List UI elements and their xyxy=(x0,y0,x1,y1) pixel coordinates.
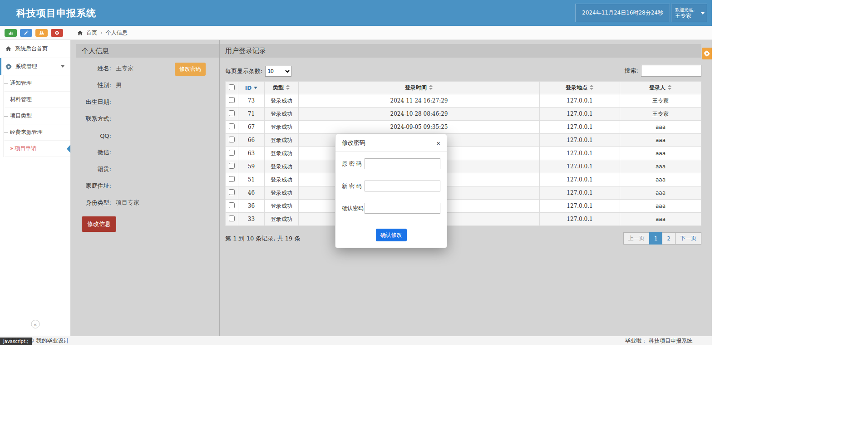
sidebar-item-dashboard[interactable]: 系统后台首页 xyxy=(0,40,70,58)
cell-id: 36 xyxy=(238,200,265,213)
column-header-user[interactable]: 登录人 xyxy=(620,82,701,94)
search-input[interactable] xyxy=(641,65,701,77)
cell-id: 33 xyxy=(238,213,265,226)
table-row: 46 登录成功 127.0.0.1 aaa xyxy=(226,186,701,200)
table-row: 63 登录成功 127.0.0.1 aaa xyxy=(226,147,701,160)
new-password-row: 新 密 码 xyxy=(342,181,440,191)
select-all-checkbox[interactable] xyxy=(229,84,235,90)
row-checkbox[interactable] xyxy=(229,176,235,182)
sidebar-item-notice-management[interactable]: 通知管理 xyxy=(4,75,70,92)
sidebar-collapse-button[interactable]: « xyxy=(31,320,39,328)
settings-gear-tab[interactable] xyxy=(702,48,712,59)
cell-location: 127.0.0.1 xyxy=(540,160,620,173)
edit-info-button[interactable]: 修改信息 xyxy=(82,216,116,232)
sidebar-item-project-application[interactable]: »项目申请 xyxy=(4,141,70,157)
column-header-time[interactable]: 登录时间 xyxy=(299,82,540,94)
sidebar-group-label: 系统管理 xyxy=(15,63,57,70)
row-checkbox[interactable] xyxy=(229,137,235,142)
page: 科技项目申报系统 2024年11月24日16时28分24秒 欢迎光临, 王专家 … xyxy=(0,0,712,345)
chevron-down-icon xyxy=(61,65,64,68)
sidebar-submenu: 通知管理 材料管理 项目类型 经费来源管理 »项目申请 xyxy=(4,75,70,157)
settings-quick-button[interactable] xyxy=(51,29,63,37)
cell-user: aaa xyxy=(620,173,701,186)
row-checkbox[interactable] xyxy=(229,123,235,129)
pagination-page-2[interactable]: 2 xyxy=(662,232,676,245)
row-checkbox[interactable] xyxy=(229,97,235,103)
change-password-button[interactable]: 修改密码 xyxy=(175,63,206,76)
cell-user: aaa xyxy=(620,134,701,147)
row-checkbox[interactable] xyxy=(229,202,235,208)
field-label: 出生日期: xyxy=(76,98,111,106)
breadcrumb-bar: 首页 › 个人信息 xyxy=(0,26,712,40)
modal-close-button[interactable]: × xyxy=(436,140,440,147)
column-header-id[interactable]: ID xyxy=(238,82,265,94)
breadcrumb-home[interactable]: 首页 xyxy=(86,29,97,37)
pagination-page-1[interactable]: 1 xyxy=(649,232,663,245)
edit-quick-button[interactable] xyxy=(20,29,32,37)
old-password-row: 原 密 码 xyxy=(342,158,440,169)
confirm-change-button[interactable]: 确认修改 xyxy=(376,229,407,241)
cell-type: 登录成功 xyxy=(265,94,299,108)
cell-location: 127.0.0.1 xyxy=(540,186,620,200)
change-password-modal: 修改密码 × 原 密 码 新 密 码 确认密码 确认修改 xyxy=(335,134,447,248)
sidebar-item-project-type[interactable]: 项目类型 xyxy=(4,108,70,124)
sidebar-item-label: 通知管理 xyxy=(10,80,32,86)
chart-quick-button[interactable] xyxy=(5,29,17,37)
sidebar-item-funding-source[interactable]: 经费来源管理 xyxy=(4,124,70,141)
sort-both-icon xyxy=(286,85,290,90)
row-checkbox[interactable] xyxy=(229,150,235,156)
cell-location: 127.0.0.1 xyxy=(540,134,620,147)
field-label: 姓名: xyxy=(76,64,111,73)
table-row: 59 登录成功 127.0.0.1 aaa xyxy=(226,160,701,173)
column-header-location[interactable]: 登录地点 xyxy=(540,82,620,94)
new-password-label: 新 密 码 xyxy=(342,182,365,190)
sort-desc-icon xyxy=(254,87,257,89)
user-menu[interactable]: 欢迎光临, 王专家 xyxy=(671,4,707,22)
sidebar-group-system-management[interactable]: 系统管理 xyxy=(0,58,70,75)
table-row: 73 登录成功 2024-11-24 16:27:29 127.0.0.1 王专… xyxy=(226,94,701,108)
table-controls: 每页显示条数: 10 搜索: xyxy=(225,65,701,77)
pagination-prev[interactable]: 上一页 xyxy=(623,232,650,245)
users-quick-button[interactable] xyxy=(35,29,48,37)
per-page-select[interactable]: 10 xyxy=(265,66,291,77)
sort-both-icon xyxy=(590,85,594,90)
old-password-input[interactable] xyxy=(365,158,440,169)
cell-type: 登录成功 xyxy=(265,173,299,186)
cell-user: aaa xyxy=(620,200,701,213)
modal-body: 原 密 码 新 密 码 确认密码 xyxy=(335,158,447,214)
confirm-password-label: 确认密码 xyxy=(342,205,365,212)
bar-chart-icon xyxy=(8,30,13,35)
home-icon xyxy=(5,46,11,52)
row-checkbox[interactable] xyxy=(229,215,235,221)
sidebar-item-material-management[interactable]: 材料管理 xyxy=(4,92,70,108)
modal-title: 修改密码 xyxy=(342,139,436,147)
field-value: 王专家 xyxy=(116,64,133,73)
breadcrumb: 首页 › 个人信息 xyxy=(70,29,128,37)
records-panel-title: 用户登录记录 xyxy=(220,44,701,58)
cell-location: 127.0.0.1 xyxy=(540,173,620,186)
new-password-input[interactable] xyxy=(365,181,440,191)
users-icon xyxy=(39,30,44,35)
field-label: 籍贯: xyxy=(76,165,111,173)
cell-time: 2024-10-28 08:46:29 xyxy=(299,108,540,121)
login-records-table: ID 类型 登录时间 登录地点 登录人 73 登录成功 2024-11-24 xyxy=(225,81,701,226)
select-all-header xyxy=(226,82,238,94)
cell-id: 71 xyxy=(238,108,265,121)
confirm-password-input[interactable] xyxy=(365,203,440,214)
row-checkbox[interactable] xyxy=(229,189,235,195)
row-checkbox[interactable] xyxy=(229,163,235,169)
profile-field-name: 姓名: 王专家 修改密码 xyxy=(76,64,219,73)
cell-type: 登录成功 xyxy=(265,200,299,213)
table-row: 51 登录成功 127.0.0.1 aaa xyxy=(226,173,701,186)
active-item-arrow-icon xyxy=(67,145,70,153)
table-row: 36 登录成功 127.0.0.1 aaa xyxy=(226,200,701,213)
cell-id: 66 xyxy=(238,134,265,147)
cell-type: 登录成功 xyxy=(265,108,299,121)
pagination-next[interactable]: 下一页 xyxy=(675,232,701,245)
cell-type: 登录成功 xyxy=(265,121,299,134)
column-header-type[interactable]: 类型 xyxy=(265,82,299,94)
field-value: 男 xyxy=(116,81,122,89)
sidebar: 系统后台首页 系统管理 通知管理 材料管理 项目类型 经费来源管理 »项目申请 … xyxy=(0,40,70,336)
row-checkbox[interactable] xyxy=(229,110,235,116)
profile-field-address: 家庭住址: xyxy=(76,181,219,191)
